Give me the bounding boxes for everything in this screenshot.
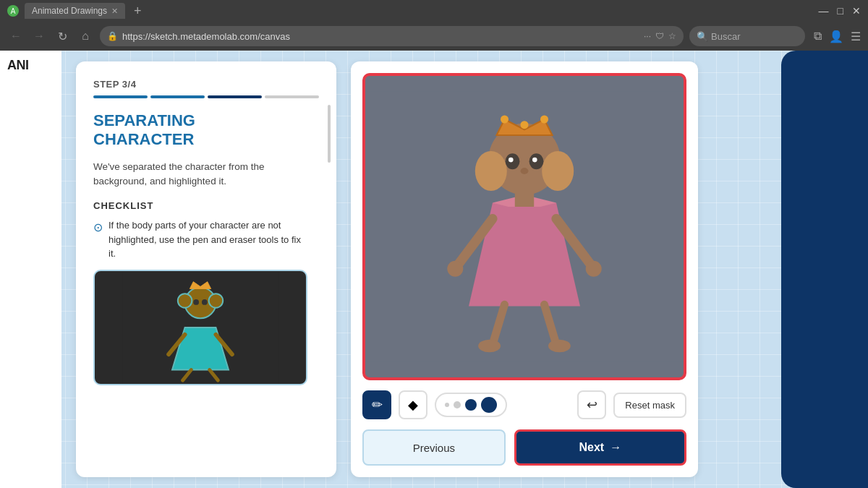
next-button[interactable]: Next → (514, 429, 686, 466)
pen-tool-button[interactable]: ✏ (362, 390, 391, 419)
maximize-button[interactable]: □ (838, 5, 843, 17)
address-bar[interactable]: 🔒 https://sketch.metademolab.com/canvas … (100, 26, 684, 46)
svg-point-19 (540, 116, 548, 124)
svg-point-23 (532, 158, 537, 163)
drawing-canvas[interactable] (362, 73, 686, 380)
svg-point-18 (521, 121, 529, 129)
window-controls: — □ ✕ (819, 5, 861, 17)
svg-point-9 (193, 299, 199, 305)
svg-point-10 (202, 299, 208, 305)
step-label: STEP 3/4 (93, 79, 319, 90)
reset-mask-button[interactable]: Reset mask (613, 393, 686, 418)
menu-icon[interactable]: ☰ (851, 30, 861, 43)
svg-point-17 (501, 116, 509, 124)
svg-point-15 (542, 151, 574, 191)
url-text: https://sketch.metademolab.com/canvas (122, 31, 639, 42)
size-selector[interactable] (435, 393, 507, 417)
search-icon: 🔍 (697, 31, 708, 42)
size-medium-dot[interactable] (454, 401, 461, 408)
browser-chrome: A Animated Drawings ✕ + — □ ✕ ← → ↻ ⌂ 🔒 … (0, 0, 868, 51)
main-area: STEP 3/4 SEPARATING CHARACTER We've sepa… (61, 51, 781, 488)
refresh-button[interactable]: ↻ (54, 30, 71, 43)
browser-toolbar: ← → ↻ ⌂ 🔒 https://sketch.metademolab.com… (0, 22, 868, 51)
more-icon: ··· (644, 31, 651, 41)
svg-point-2 (178, 294, 192, 308)
svg-point-31 (586, 261, 602, 277)
search-placeholder: Buscar (711, 31, 740, 42)
eraser-tool-button[interactable]: ◆ (399, 390, 427, 419)
pen-icon: ✏ (372, 397, 383, 413)
active-tab[interactable]: Animated Drawings ✕ (25, 3, 125, 19)
character-canvas-svg (365, 76, 684, 377)
card-title-line1: SEPARATING (93, 111, 195, 129)
checklist-label: CHECKLIST (93, 200, 307, 211)
eraser-icon: ◆ (408, 397, 418, 413)
logo-text: ANI (7, 58, 54, 73)
canvas-card: ✏ ◆ ↩ Reset mask Previous (351, 61, 698, 477)
browser-favicon: A (7, 5, 19, 17)
progress-seg-1 (93, 95, 148, 98)
right-panel (781, 51, 868, 488)
svg-point-35 (548, 340, 571, 353)
size-large-dot[interactable] (465, 399, 477, 411)
navigation-buttons: Previous Next → (362, 429, 686, 466)
star-icon: ☆ (668, 31, 676, 41)
minimize-button[interactable]: — (819, 5, 829, 17)
instruction-card: STEP 3/4 SEPARATING CHARACTER We've sepa… (76, 61, 336, 477)
progress-bar (93, 95, 319, 98)
scroll-hint (328, 61, 331, 477)
undo-icon: ↩ (587, 397, 597, 413)
home-button[interactable]: ⌂ (77, 30, 94, 43)
new-tab-button[interactable]: + (134, 4, 142, 19)
profile-icon[interactable]: 👤 (829, 30, 843, 43)
canvas-toolbar: ✏ ◆ ↩ Reset mask (362, 390, 686, 419)
extensions-icon[interactable]: ⧉ (814, 30, 822, 43)
undo-button[interactable]: ↩ (577, 390, 606, 419)
svg-point-30 (447, 261, 463, 277)
address-bar-extras: ··· 🛡 ☆ (644, 31, 676, 41)
size-xlarge-dot[interactable] (481, 397, 497, 413)
next-label: Next (579, 441, 604, 454)
checklist-item-1: ⊙ If the body parts of your character ar… (93, 218, 307, 261)
progress-seg-4 (265, 95, 319, 98)
lock-icon: 🔒 (107, 31, 118, 41)
svg-point-24 (521, 168, 529, 174)
example-character-svg (95, 271, 306, 384)
svg-point-34 (478, 340, 501, 353)
next-arrow-icon: → (610, 441, 621, 454)
search-bar[interactable]: 🔍 Buscar (689, 26, 805, 46)
shield-icon: 🛡 (655, 31, 664, 41)
progress-seg-3 (208, 95, 262, 98)
page-content: ANI STEP 3/4 SEPARATING CHARACTER We've … (0, 51, 868, 488)
close-button[interactable]: ✕ (852, 5, 861, 17)
svg-point-14 (475, 151, 507, 191)
browser-titlebar: A Animated Drawings ✕ + — □ ✕ (0, 0, 868, 22)
progress-seg-2 (150, 95, 205, 98)
browser-extra-icons: ⧉ 👤 ☰ (814, 30, 861, 43)
svg-point-22 (509, 158, 514, 163)
previous-button[interactable]: Previous (362, 429, 506, 466)
forward-button[interactable]: → (30, 30, 48, 43)
card-title: SEPARATING CHARACTER (93, 111, 319, 150)
example-image (93, 270, 307, 385)
left-panel: ANI (0, 51, 61, 488)
tab-close-icon[interactable]: ✕ (111, 7, 118, 16)
svg-point-3 (209, 294, 224, 308)
checklist-item-1-text: If the body parts of your character are … (109, 218, 307, 261)
tab-label: Animated Drawings (32, 6, 107, 16)
card-content-scroll[interactable]: We've separated the character from the b… (93, 160, 319, 460)
card-description: We've separated the character from the b… (93, 160, 307, 189)
check-icon-1: ⊙ (93, 219, 103, 261)
svg-rect-27 (515, 191, 534, 207)
back-button[interactable]: ← (7, 30, 25, 43)
size-small-dot[interactable] (445, 403, 449, 407)
card-title-line2: CHARACTER (93, 130, 194, 148)
scroll-thumb (328, 105, 331, 163)
